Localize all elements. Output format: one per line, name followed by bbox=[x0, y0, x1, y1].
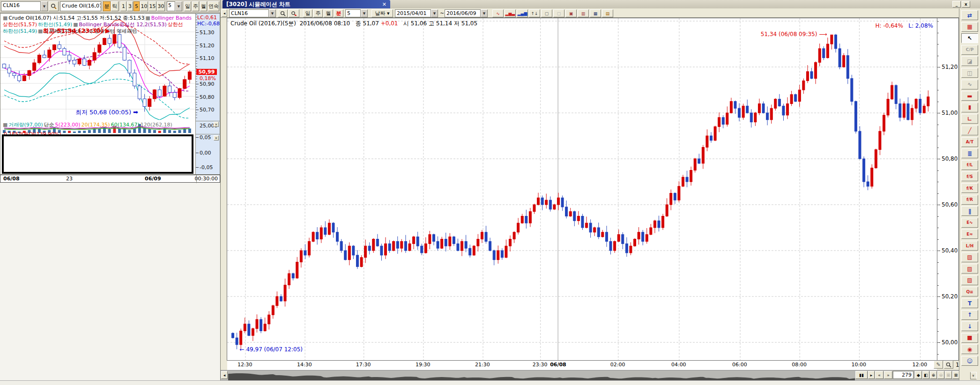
search-button[interactable] bbox=[278, 9, 288, 17]
interval-button-10[interactable]: 10 bbox=[140, 1, 148, 11]
trend-text-icon[interactable]: A/T bbox=[961, 137, 978, 147]
interval-button-1[interactable]: 1 bbox=[120, 1, 126, 11]
zoom-in-button[interactable]: ⊕ bbox=[930, 371, 937, 379]
channel-r-icon[interactable]: ▨ bbox=[961, 275, 978, 285]
fit-button[interactable]: ◧ bbox=[922, 371, 929, 379]
main-period-button-일[interactable]: 일 bbox=[303, 9, 312, 17]
fib-level-icon[interactable]: f/L bbox=[961, 160, 978, 170]
mode-button-틱[interactable]: 틱 bbox=[111, 1, 119, 11]
minor-tick bbox=[196, 56, 197, 56]
period-button-연속[interactable]: 연속 bbox=[208, 1, 219, 11]
mode-button-분[interactable]: 분 bbox=[103, 1, 111, 11]
scroll-slider[interactable]: ▮▮ bbox=[855, 371, 868, 379]
chevron-down-icon[interactable]: ▼ bbox=[175, 1, 182, 11]
text-tool-icon[interactable]: T bbox=[961, 298, 978, 308]
zigzag-disabled-icon[interactable]: ∿ bbox=[961, 80, 978, 89]
main-candlestick-chart[interactable] bbox=[227, 18, 936, 360]
candle-count-input[interactable]: 279 bbox=[893, 371, 913, 379]
cursor-icon[interactable]: ↖ bbox=[961, 33, 978, 43]
cp-icon[interactable]: C/P bbox=[961, 45, 978, 55]
period-button-월[interactable]: 월 bbox=[200, 1, 207, 11]
interval-button-30[interactable]: 30 bbox=[157, 1, 165, 11]
refresh-icon[interactable]: ⇄ bbox=[961, 10, 978, 20]
parallel-line-icon[interactable]: ∥ bbox=[961, 206, 978, 216]
volume-blue-icon[interactable]: ▂▄▆ bbox=[517, 9, 528, 17]
interval-button-5[interactable]: 5 bbox=[134, 1, 140, 11]
smiley-tool-icon[interactable]: ☺ bbox=[961, 356, 978, 366]
elliott-wave-icon[interactable]: E∿ bbox=[961, 218, 978, 228]
minor-tick bbox=[196, 15, 197, 15]
grid-toggle-button[interactable]: ⊞ bbox=[945, 371, 952, 379]
date-to-combo[interactable]: 2016/06/09▼ bbox=[445, 9, 488, 17]
copy-doc-icon[interactable]: ▥ bbox=[578, 9, 589, 17]
tab-close-icon[interactable]: ✕ bbox=[382, 1, 386, 7]
symbol-search-button[interactable] bbox=[49, 1, 59, 11]
channel-d-icon[interactable]: ▨ bbox=[961, 252, 978, 262]
time-axis-label: 19:30 bbox=[416, 362, 431, 368]
bar-spacing-icon[interactable]: ▦ bbox=[961, 22, 978, 32]
close-window-button[interactable]: x bbox=[962, 1, 970, 7]
zoom-button[interactable] bbox=[944, 361, 953, 369]
pointer-search-button[interactable] bbox=[289, 9, 299, 17]
trend-line-icon[interactable]: ╱ bbox=[961, 126, 978, 135]
date-mode-dropdown[interactable]: 날짜 ▾ bbox=[371, 9, 393, 17]
zoom-out-button[interactable]: ⊖ bbox=[937, 371, 944, 379]
chevron-down-icon[interactable]: ▼ bbox=[361, 9, 368, 17]
volume-red-icon[interactable]: ▂▅▃ bbox=[505, 9, 516, 17]
tick bbox=[196, 32, 199, 33]
scroll-left-button[interactable]: ◂ bbox=[221, 371, 228, 379]
channel-e-icon[interactable]: ▨ bbox=[961, 264, 978, 274]
eraser-icon[interactable]: ◪ bbox=[961, 56, 978, 66]
main-period-button-주[interactable]: 주 bbox=[313, 9, 323, 17]
elliott-impulse-icon[interactable]: E≈ bbox=[961, 229, 978, 239]
page-back-button[interactable]: « bbox=[875, 371, 883, 379]
chevron-down-icon[interactable]: ▼ bbox=[481, 9, 488, 17]
main-interval-combo[interactable]: 5▼ bbox=[345, 9, 368, 17]
fib-spiral-icon[interactable]: f/S bbox=[961, 171, 978, 181]
save-icon[interactable]: ▦ bbox=[590, 9, 601, 17]
low-high-icon[interactable]: L/H bbox=[961, 241, 978, 251]
symbol-combo[interactable]: CLN16▼ bbox=[1, 1, 48, 11]
arrow-up-icon[interactable]: ↑ bbox=[961, 310, 978, 320]
step-forward-button[interactable]: ▸ bbox=[868, 371, 875, 379]
fib-fan-icon[interactable]: f/K bbox=[961, 183, 978, 193]
chevron-down-icon[interactable]: ▼ bbox=[269, 9, 276, 17]
erase-all-icon[interactable]: ◫ bbox=[961, 68, 978, 78]
main-period-button-월[interactable]: 월 bbox=[324, 9, 333, 17]
new-doc-icon[interactable]: ▢ bbox=[541, 9, 552, 17]
horizontal-line-icon[interactable]: ▬ bbox=[961, 91, 978, 101]
interval-button-15[interactable]: 15 bbox=[148, 1, 156, 11]
scroll-back-button[interactable]: ◂ bbox=[222, 9, 227, 17]
main-symbol-combo[interactable]: CLN16▼ bbox=[229, 9, 276, 17]
angle-line-icon[interactable]: ∟ bbox=[961, 114, 978, 124]
open-folder-icon[interactable]: ▤ bbox=[602, 9, 613, 17]
page-forward-button[interactable]: » bbox=[884, 371, 892, 379]
collapse-tools-button[interactable]: » bbox=[970, 372, 977, 379]
chevron-down-icon[interactable]: ▼ bbox=[41, 1, 48, 11]
close-subpanel-icon[interactable]: × bbox=[214, 122, 219, 127]
line-style-icon[interactable]: ∿ bbox=[492, 9, 504, 17]
period-button-일[interactable]: 일 bbox=[184, 1, 191, 11]
chevron-down-icon[interactable]: ▼ bbox=[431, 9, 438, 17]
arrow-down-icon[interactable]: ↓ bbox=[961, 321, 978, 331]
close-chart-button[interactable]: ⊠ bbox=[952, 371, 959, 379]
date-from-combo[interactable]: 2015/04/01▼ bbox=[395, 9, 438, 17]
doc-disabled-icon[interactable]: ▢ bbox=[553, 9, 564, 17]
multi-line-icon[interactable]: ≣ bbox=[961, 148, 978, 158]
vertical-line-icon[interactable]: ▮ bbox=[961, 103, 978, 112]
period-button-주[interactable]: 주 bbox=[192, 1, 199, 11]
draw-button[interactable]: ✎ bbox=[934, 361, 943, 369]
main-period-button-분[interactable]: 분 bbox=[334, 9, 343, 17]
interval-button-3[interactable]: 3 bbox=[127, 1, 133, 11]
circle-tool-icon[interactable]: ◉ bbox=[961, 344, 978, 354]
close-subpanel-icon[interactable]: × bbox=[214, 135, 219, 141]
quote-box-icon[interactable]: Q≡ bbox=[961, 287, 978, 296]
expand-button[interactable]: ◆ bbox=[915, 371, 922, 379]
window-tab[interactable]: [3020] 시뮬레이션 차트 ✕ bbox=[223, 0, 390, 8]
export-doc-icon[interactable]: ▣ bbox=[565, 9, 577, 17]
minimize-button[interactable]: _ bbox=[952, 1, 961, 7]
interval-combo[interactable]: 5▼ bbox=[167, 1, 182, 11]
sort-arrows-icon[interactable]: ↑↓ bbox=[529, 9, 540, 17]
square-tool-icon[interactable]: ■ bbox=[961, 333, 978, 343]
fib-retrace-icon[interactable]: f/R bbox=[961, 195, 978, 205]
